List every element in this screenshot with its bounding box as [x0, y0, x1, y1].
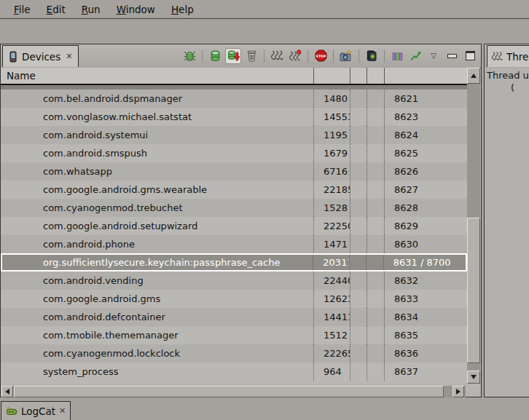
dump-view-hierarchy-icon[interactable]	[364, 48, 380, 64]
cell-name: org.sufficientlysecure.keychain:passphra…	[2, 255, 313, 270]
vertical-scrollbar[interactable]	[467, 68, 480, 384]
tab-logcat[interactable]: LogCat ✕	[1, 401, 71, 420]
vertical-scrollbar-thumb[interactable]	[467, 218, 480, 363]
menu-run[interactable]: Run	[74, 2, 109, 17]
table-header: Name	[1, 68, 467, 85]
cell-name: com.android.systemui	[1, 126, 314, 144]
table-row[interactable]: com.cyanogenmod.trebuchet15288628	[1, 199, 467, 217]
cell-port: 8621	[385, 90, 467, 108]
start-method-profiling-icon[interactable]	[287, 48, 303, 64]
cell-name: com.android.smspush	[1, 144, 314, 162]
column-header-empty[interactable]	[350, 68, 367, 84]
cell-empty	[367, 362, 385, 381]
cell-pid: 964	[314, 362, 350, 381]
process-table: com.bel.android.dspmanager14808621com.vo…	[1, 85, 467, 384]
update-threads-icon[interactable]	[269, 48, 285, 64]
stop-label: STOP	[316, 55, 326, 58]
table-row[interactable]: com.tmobile.thememanager15128635	[1, 326, 467, 344]
horizontal-scrollbar[interactable]	[1, 386, 466, 397]
cell-empty	[367, 308, 385, 326]
menu-edit[interactable]: Edit	[39, 2, 74, 17]
cell-port: 8630	[385, 235, 467, 253]
table-row[interactable]: com.android.phone14718630	[1, 235, 467, 253]
systrace-icon[interactable]	[389, 48, 405, 64]
column-header-empty[interactable]	[367, 68, 385, 84]
cell-name: com.android.phone	[1, 235, 314, 253]
cell-port: 8632	[385, 272, 467, 290]
cell-empty	[350, 217, 367, 235]
column-header-name[interactable]: Name	[1, 68, 314, 84]
cell-name: com.google.android.gms.wearable	[1, 181, 314, 199]
cell-port: 8625	[385, 144, 467, 162]
cell-empty	[367, 90, 385, 108]
column-header-pid[interactable]	[314, 68, 350, 84]
column-header-port[interactable]	[385, 68, 467, 84]
cell-port: 8635	[385, 326, 467, 344]
table-row[interactable]: com.bel.android.dspmanager14808621	[1, 90, 467, 108]
cell-pid: 6716	[314, 162, 350, 181]
table-row[interactable]: com.android.defcontainer144118634	[1, 308, 467, 326]
table-row[interactable]: com.android.smspush16798625	[1, 144, 467, 162]
scroll-right-button[interactable]	[452, 386, 464, 397]
threads-tabstrip: Threads	[485, 44, 529, 68]
cell-pid: 22185	[314, 181, 350, 199]
cell-empty	[350, 362, 367, 381]
update-heap-icon[interactable]	[207, 48, 223, 64]
table-row[interactable]: com.cyanogenmod.lockclock222658636	[1, 344, 467, 362]
screen-capture-icon[interactable]	[338, 48, 354, 64]
threads-view: Threads Thread up (	[484, 44, 529, 397]
close-icon[interactable]: ✕	[66, 52, 72, 61]
table-row[interactable]: com.android.vending224408632	[1, 272, 467, 290]
menu-file[interactable]: File	[6, 2, 39, 17]
cell-name: com.cyanogenmod.lockclock	[1, 344, 314, 362]
menu-window[interactable]: Window	[109, 2, 163, 17]
cause-gc-icon[interactable]	[243, 48, 259, 64]
table-row[interactable]: com.android.systemui11958624	[1, 126, 467, 144]
cell-name: com.cyanogenmod.trebuchet	[1, 199, 314, 217]
dump-hprof-icon[interactable]	[225, 48, 241, 64]
cell-port: 8627	[385, 181, 467, 199]
opengl-trace-icon[interactable]	[407, 48, 423, 64]
stop-process-icon[interactable]: STOP	[313, 48, 329, 64]
tab-threads[interactable]: Threads	[487, 45, 529, 67]
maximize-icon[interactable]	[462, 48, 478, 64]
threads-icon	[492, 51, 503, 62]
scroll-down-button[interactable]	[467, 371, 480, 384]
cell-name: com.google.android.gms	[1, 290, 314, 308]
toolbar-separator	[307, 49, 308, 63]
cell-empty	[367, 217, 385, 235]
menu-help[interactable]: Help	[163, 2, 202, 17]
close-icon[interactable]: ✕	[59, 406, 66, 416]
scroll-up-button[interactable]	[467, 68, 480, 84]
cell-pid: 22265	[314, 344, 350, 362]
tab-devices[interactable]: Devices ✕	[2, 45, 79, 67]
view-menu-icon[interactable]: ▽	[426, 48, 442, 64]
cell-pid: 14411	[314, 308, 350, 326]
table-row[interactable]: com.google.android.gms.wearable221858627	[1, 181, 467, 199]
arrow-right-icon	[456, 389, 461, 395]
devices-toolbar: STOP	[181, 44, 478, 67]
table-row[interactable]: com.google.android.setupwizard222508629	[1, 217, 467, 235]
horizontal-scrollbar-thumb[interactable]	[14, 386, 444, 397]
cell-empty	[350, 144, 367, 162]
cell-port: 8628	[385, 199, 467, 217]
cell-empty	[350, 181, 367, 199]
debug-process-icon[interactable]	[181, 48, 197, 64]
table-row[interactable]: system_process9648637	[1, 362, 467, 381]
cell-empty	[367, 344, 385, 362]
minimize-icon[interactable]	[444, 48, 460, 64]
cell-pid: 1471	[314, 235, 350, 253]
threads-message: Thread up (	[485, 68, 529, 397]
table-row[interactable]: org.sufficientlysecure.keychain:passphra…	[1, 253, 467, 272]
table-row[interactable]: com.vonglasow.michael.satstat145538623	[1, 108, 467, 126]
toolbar-separator	[333, 49, 334, 63]
cell-empty	[350, 344, 367, 362]
toolbar-separator	[202, 49, 203, 63]
cell-pid: 22250	[314, 217, 350, 235]
cell-empty	[367, 144, 385, 162]
table-row[interactable]: com.google.android.gms126238633	[1, 290, 467, 308]
table-row[interactable]: com.whatsapp67168626	[1, 162, 467, 181]
scroll-left-button[interactable]	[1, 386, 13, 397]
arrow-up-icon	[471, 74, 477, 78]
tab-logcat-label: LogCat	[21, 405, 55, 417]
